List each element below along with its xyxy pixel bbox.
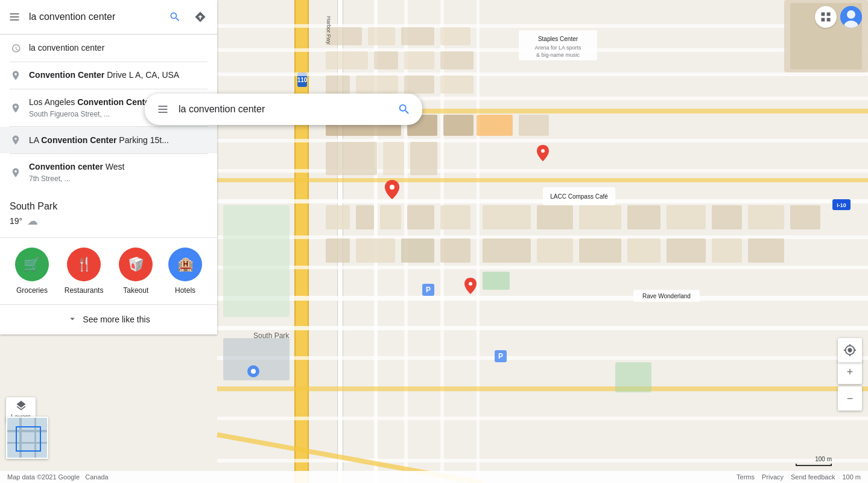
svg-rect-106 bbox=[159, 106, 168, 107]
search-button[interactable] bbox=[163, 5, 187, 29]
svg-rect-72 bbox=[537, 238, 573, 263]
svg-rect-118 bbox=[7, 442, 48, 444]
my-location-button[interactable] bbox=[838, 338, 862, 362]
map-data-label: Map data ©2021 Google bbox=[7, 473, 80, 481]
expand-icon bbox=[67, 313, 78, 326]
category-restaurants[interactable]: 🍴 Restaurants bbox=[65, 248, 104, 295]
elevated-search-button[interactable] bbox=[393, 98, 415, 120]
footer-scale-right: 100 m bbox=[842, 473, 861, 481]
svg-rect-24 bbox=[217, 178, 868, 182]
layers-icon bbox=[15, 400, 27, 412]
svg-rect-59 bbox=[383, 142, 404, 175]
privacy-link[interactable]: Privacy bbox=[762, 473, 784, 481]
suggestion-text-recent: la convention center bbox=[29, 42, 207, 54]
directions-icon bbox=[194, 11, 206, 23]
mini-map[interactable] bbox=[6, 417, 48, 459]
hotels-icon: 🏨 bbox=[177, 257, 194, 272]
svg-rect-18 bbox=[217, 296, 868, 301]
search-input-wrap bbox=[29, 9, 160, 25]
svg-rect-29 bbox=[217, 72, 868, 76]
svg-rect-35 bbox=[407, 205, 434, 229]
svg-rect-19 bbox=[217, 386, 868, 391]
map-footer: Map data ©2021 Google Canada Terms Priva… bbox=[0, 471, 868, 483]
svg-rect-25 bbox=[217, 169, 868, 173]
hotels-label: Hotels bbox=[175, 286, 195, 295]
category-groceries[interactable]: 🛒 Groceries bbox=[15, 248, 49, 295]
groceries-button[interactable]: 🛒 bbox=[15, 248, 49, 281]
elevated-search-input[interactable] bbox=[179, 104, 388, 115]
search-input[interactable] bbox=[29, 9, 160, 25]
svg-rect-40 bbox=[440, 238, 470, 263]
scale-line bbox=[796, 464, 832, 466]
svg-text:P: P bbox=[426, 286, 431, 294]
svg-rect-41 bbox=[223, 205, 290, 317]
svg-rect-116 bbox=[7, 418, 48, 459]
restaurants-icon: 🍴 bbox=[76, 257, 92, 272]
svg-rect-50 bbox=[440, 51, 474, 69]
groceries-label: Groceries bbox=[16, 286, 48, 295]
feedback-link[interactable]: Send feedback bbox=[791, 473, 835, 481]
svg-text:Rave Wonderland: Rave Wonderland bbox=[642, 293, 691, 299]
mini-map-image bbox=[7, 418, 48, 459]
svg-rect-111 bbox=[822, 18, 825, 22]
suggestion-recent[interactable]: la convention center bbox=[0, 35, 217, 62]
apps-button[interactable] bbox=[815, 6, 837, 28]
svg-rect-71 bbox=[483, 238, 531, 263]
zoom-in-button[interactable]: + bbox=[838, 360, 862, 384]
svg-rect-74 bbox=[627, 238, 661, 263]
svg-rect-48 bbox=[374, 51, 398, 69]
svg-rect-33 bbox=[356, 205, 374, 229]
user-avatar[interactable] bbox=[840, 6, 862, 28]
svg-rect-109 bbox=[822, 13, 825, 16]
svg-rect-120 bbox=[34, 418, 36, 459]
weather-info: 19° ☁ bbox=[10, 214, 207, 228]
svg-rect-34 bbox=[380, 205, 401, 229]
place-icon-3 bbox=[10, 134, 22, 146]
place-icon-4 bbox=[10, 167, 22, 179]
suggestion-conv-drive[interactable]: Convention Center Drive L A, CA, USA bbox=[0, 62, 217, 89]
suggestion-text-parking: LA Convention Center Parking 15t... bbox=[29, 135, 207, 147]
svg-rect-76 bbox=[712, 238, 742, 263]
svg-rect-53 bbox=[404, 75, 434, 94]
hotels-button[interactable]: 🏨 bbox=[168, 248, 202, 281]
search-panel: la convention center Convention Center D… bbox=[0, 0, 217, 334]
svg-text:Harbor Fwy: Harbor Fwy bbox=[326, 16, 332, 45]
svg-rect-67 bbox=[667, 205, 706, 229]
svg-text:110: 110 bbox=[297, 77, 308, 83]
see-more-button[interactable]: See more like this bbox=[0, 305, 217, 334]
restaurants-button[interactable]: 🍴 bbox=[67, 248, 101, 281]
svg-rect-60 bbox=[410, 142, 437, 175]
svg-text:& big-name music: & big-name music bbox=[536, 52, 580, 58]
elevated-menu-button[interactable] bbox=[152, 98, 174, 120]
svg-point-84 bbox=[251, 369, 256, 374]
svg-rect-73 bbox=[579, 238, 621, 263]
see-more-label: See more like this bbox=[83, 315, 150, 324]
directions-button[interactable] bbox=[188, 5, 212, 29]
search-actions bbox=[163, 5, 212, 29]
groceries-icon: 🛒 bbox=[24, 257, 40, 272]
svg-rect-105 bbox=[10, 19, 19, 21]
svg-rect-54 bbox=[440, 75, 474, 94]
takeout-button[interactable]: 🥡 bbox=[119, 248, 153, 281]
suggestion-parking[interactable]: LA Convention Center Parking 15t... bbox=[0, 127, 217, 153]
svg-rect-21 bbox=[217, 459, 868, 462]
suggestion-west[interactable]: Convention center West 7th Street, ... bbox=[0, 154, 217, 191]
suggestion-text-conv-drive: Convention Center Drive L A, CA, USA bbox=[29, 69, 207, 82]
svg-text:I-10: I-10 bbox=[837, 202, 846, 208]
svg-point-86 bbox=[541, 149, 545, 153]
elevated-search-bar bbox=[145, 94, 422, 125]
svg-text:Arena for LA sports: Arena for LA sports bbox=[534, 45, 581, 51]
svg-rect-119 bbox=[19, 418, 22, 459]
suggestion-text-west: Convention center West 7th Street, ... bbox=[29, 161, 207, 184]
svg-rect-110 bbox=[827, 13, 831, 16]
menu-button[interactable] bbox=[2, 5, 27, 29]
category-hotels[interactable]: 🏨 Hotels bbox=[168, 248, 202, 295]
terms-link[interactable]: Terms bbox=[737, 473, 755, 481]
category-takeout[interactable]: 🥡 Takeout bbox=[119, 248, 153, 295]
canada-link[interactable]: Canada bbox=[85, 473, 109, 481]
svg-rect-66 bbox=[627, 205, 661, 229]
hamburger-icon bbox=[8, 11, 21, 23]
svg-rect-49 bbox=[404, 51, 434, 69]
place-icon-1 bbox=[10, 69, 22, 82]
zoom-out-button[interactable]: − bbox=[838, 386, 862, 411]
